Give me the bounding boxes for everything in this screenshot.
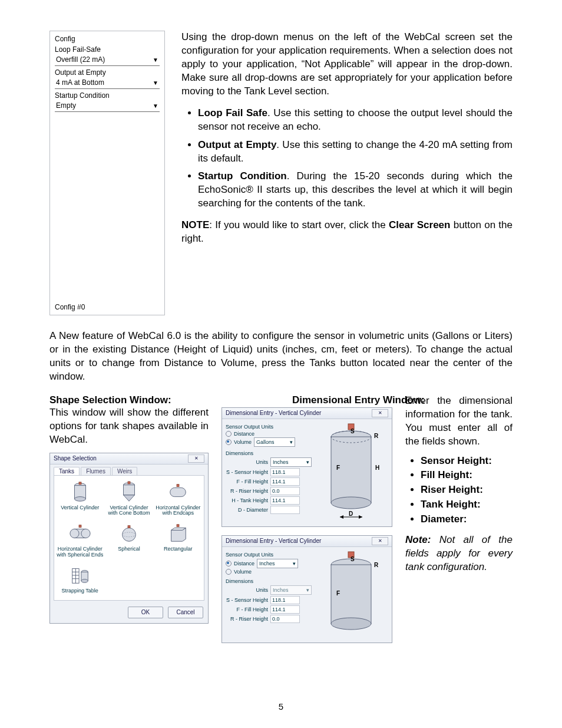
- svg-text:S: S: [351, 556, 355, 562]
- shape-vertical-cylinder-cone[interactable]: Vertical Cylinder with Cone Bottom: [105, 480, 152, 516]
- shape-spherical[interactable]: Spherical: [116, 522, 142, 558]
- svg-rect-13: [79, 525, 81, 528]
- svg-text:F: F: [336, 465, 340, 471]
- shape-strapping-table[interactable]: Strapping Table: [61, 564, 98, 594]
- config-panel: Config Loop Fail-Safe Overfill (22 mA) ▼…: [49, 31, 165, 315]
- config-select-2-value: Empty: [56, 101, 76, 110]
- close-icon[interactable]: ✕: [372, 537, 388, 545]
- sensor-height-field[interactable]: 118.1: [270, 468, 300, 476]
- svg-point-31: [331, 497, 371, 509]
- group-output-units: Sensor Output Units: [226, 552, 312, 558]
- volume-units-select[interactable]: Gallons ▾: [254, 437, 295, 447]
- chevron-down-icon: ▾: [306, 459, 309, 465]
- svg-rect-16: [128, 526, 130, 528]
- page-number: 5: [0, 701, 562, 711]
- svg-text:H: H: [375, 465, 379, 471]
- svg-rect-3: [79, 482, 81, 484]
- ok-button[interactable]: OK: [128, 607, 163, 618]
- bullet-output-at-empty: Output at Empty. Use this setting to cha…: [198, 139, 513, 166]
- tank-height-field[interactable]: 114.1: [270, 496, 300, 505]
- bullet-startup-condition: Startup Condition. During the 15-20 seco…: [198, 170, 513, 210]
- radio-distance[interactable]: Distance Inches ▾: [226, 559, 312, 568]
- svg-rect-19: [177, 525, 179, 527]
- sensor-height-field[interactable]: 118.1: [270, 596, 300, 604]
- dim-window-title: Dimensional Entry - Vertical Cylinder: [226, 410, 321, 416]
- group-dimensions: Dimensions: [226, 578, 312, 584]
- chevron-down-icon: ▾: [293, 561, 296, 566]
- svg-text:R: R: [374, 562, 379, 568]
- tab-weirs[interactable]: Weirs: [112, 467, 137, 475]
- svg-marker-38: [340, 515, 343, 519]
- note-paragraph: NOTE: If you would like to start over, c…: [181, 219, 513, 246]
- chevron-down-icon: ▾: [290, 439, 293, 445]
- group-output-units: Sensor Output Units: [226, 424, 312, 430]
- config-select-0-value: Overfill (22 mA): [56, 55, 105, 64]
- tank-diagram: S R F: [315, 551, 388, 639]
- chevron-down-icon: ▼: [153, 80, 158, 86]
- config-select-0[interactable]: Overfill (22 mA) ▼: [55, 54, 160, 66]
- dimensional-entry-window-volume: Dimensional Entry - Vertical Cylinder ✕ …: [222, 407, 392, 527]
- cancel-button[interactable]: Cancel: [168, 607, 203, 618]
- svg-marker-39: [359, 515, 362, 519]
- config-select-1-value: 4 mA at Bottom: [56, 78, 104, 87]
- distance-units-select[interactable]: Inches ▾: [257, 559, 298, 568]
- riser-height-field[interactable]: 0.0: [270, 615, 300, 623]
- svg-point-2: [74, 496, 85, 501]
- diameter-field[interactable]: [270, 506, 300, 514]
- svg-point-27: [81, 579, 88, 583]
- li-sensor-height: Sensor Height:: [421, 454, 513, 468]
- radio-volume[interactable]: Volume Gallons ▾: [226, 437, 312, 447]
- config-label-0: Loop Fail-Safe: [55, 45, 160, 54]
- radio-icon: [226, 439, 232, 445]
- group-dimensions: Dimensions: [226, 450, 312, 456]
- bullet-loop-fail-safe: Loop Fail Safe. Use this setting to choo…: [198, 107, 513, 134]
- dimensional-entry-heading: Dimensional Entry Window:: [292, 394, 392, 406]
- svg-text:S: S: [351, 428, 355, 434]
- config-select-1[interactable]: 4 mA at Bottom ▼: [55, 77, 160, 89]
- tank-icon: [67, 522, 93, 545]
- riser-height-field[interactable]: 0.0: [270, 487, 300, 495]
- svg-text:D: D: [349, 510, 353, 517]
- radio-volume[interactable]: Volume: [226, 569, 312, 575]
- close-icon[interactable]: ✕: [188, 454, 204, 463]
- shape-window-title: Shape Selection: [54, 455, 97, 462]
- radio-icon: [226, 561, 232, 566]
- tab-tanks[interactable]: Tanks: [54, 467, 80, 475]
- radio-icon: [226, 569, 232, 575]
- chevron-down-icon: ▼: [153, 103, 158, 109]
- config-panel-title: Config: [55, 35, 160, 43]
- shape-selection-heading: Shape Selection Window:: [49, 394, 209, 406]
- intro-paragraph: Using the drop-down menus on the left of…: [181, 31, 513, 98]
- svg-marker-6: [123, 495, 134, 500]
- shape-selection-desc: This window will show the different opti…: [49, 406, 209, 447]
- tank-icon: [165, 480, 191, 504]
- chevron-down-icon: ▼: [153, 57, 158, 63]
- webcal6-paragraph: A New feature of WebCal 6.0 is the abili…: [49, 330, 513, 384]
- intro-bullet-list: Loop Fail Safe. Use this setting to choo…: [181, 107, 513, 211]
- svg-text:F: F: [336, 590, 340, 597]
- shape-rectangular[interactable]: Rectangular: [164, 522, 193, 558]
- units-label: Units: [226, 587, 268, 593]
- radio-distance[interactable]: Distance: [226, 431, 312, 437]
- dimensional-entry-list: Sensor Height: Fill Height: Riser Height…: [405, 454, 513, 527]
- dimensional-entry-note: Note: Not all of the fields apply for ev…: [405, 533, 513, 574]
- close-icon[interactable]: ✕: [372, 409, 388, 417]
- svg-rect-9: [177, 484, 179, 486]
- fill-height-field[interactable]: 114.1: [270, 477, 300, 486]
- tank-icon: [116, 480, 142, 504]
- dimension-units-select: Inches ▾: [270, 585, 312, 595]
- shape-tabs: Tanks Flumes Weirs: [50, 465, 208, 475]
- dim-window-title: Dimensional Entry - Vertical Cylinder: [226, 538, 321, 544]
- dimension-units-select[interactable]: Inches ▾: [270, 457, 312, 467]
- shape-horizontal-cylinder-spherical[interactable]: Horizontal Cylinder with Spherical Ends: [57, 522, 103, 558]
- fill-height-field[interactable]: 114.1: [270, 605, 300, 614]
- shape-vertical-cylinder[interactable]: Vertical Cylinder: [61, 480, 99, 516]
- shape-horizontal-cylinder-endcaps[interactable]: Horizontal Cylinder with Endcaps: [155, 480, 201, 516]
- config-label-1: Output at Empty: [55, 68, 160, 77]
- dimensional-entry-desc: Enter the dimensional information for th…: [405, 394, 513, 449]
- svg-point-11: [70, 529, 79, 538]
- config-label-2: Startup Condition: [55, 91, 160, 100]
- li-riser-height: Riser Height:: [421, 483, 513, 497]
- config-select-2[interactable]: Empty ▼: [55, 100, 160, 112]
- tab-flumes[interactable]: Flumes: [81, 467, 111, 475]
